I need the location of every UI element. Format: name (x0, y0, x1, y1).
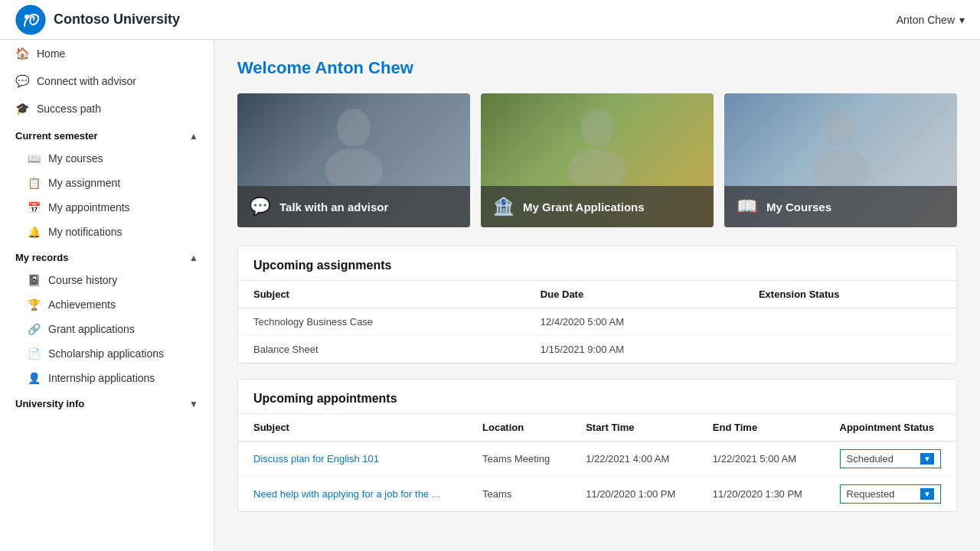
internship-icon: 👤 (28, 372, 41, 384)
main-content: Welcome Anton Chew 💬 Talk with an adviso… (214, 40, 980, 551)
appt-subject-2[interactable]: Need help with applying for a job for th… (238, 477, 467, 512)
sidebar-item-success-path[interactable]: 🎓 Success path (0, 95, 214, 122)
assignments-panel: Upcoming assignments Subject Due Date Ex… (237, 246, 957, 364)
courses-card-icon: 📖 (737, 197, 757, 217)
sidebar-my-notifications-label: My notifications (48, 226, 122, 238)
appt-col-end: End Time (697, 414, 825, 442)
sidebar: 🏠 Home 💬 Connect with advisor 🎓 Success … (0, 40, 214, 551)
svg-point-3 (325, 148, 383, 185)
assignments-col-due-date: Due Date (525, 281, 743, 308)
sidebar-course-history-label: Course history (48, 274, 117, 286)
appt-subject-1[interactable]: Discuss plan for English 101 (238, 442, 467, 477)
success-path-icon: 🎓 (15, 102, 29, 116)
grants-card-icon: 🏦 (493, 197, 514, 217)
svg-point-2 (337, 109, 371, 147)
assignment-subject-2: Balance Sheet (238, 336, 525, 364)
appt-location-1: Teams Meeting (467, 442, 570, 477)
appointments-table: Subject Location Start Time End Time App… (238, 414, 956, 511)
appt-col-subject: Subject (238, 414, 467, 442)
app-header: Contoso University Anton Chew ▾ (0, 0, 980, 40)
appt-status-arrow-2: ▼ (920, 488, 934, 500)
my-records-chevron: ▲ (189, 253, 198, 263)
svg-point-1 (24, 15, 29, 19)
sidebar-item-grant-applications[interactable]: 🔗 Grant applications (0, 317, 214, 341)
courses-card-label: My Courses (766, 201, 831, 214)
sidebar-my-courses-label: My courses (48, 152, 103, 165)
appointments-panel: Upcoming appointments Subject Location S… (237, 379, 957, 512)
my-records-label: My records (15, 252, 68, 263)
appt-status-1[interactable]: Scheduled ▼ (825, 442, 956, 477)
sidebar-item-achievements[interactable]: 🏆 Achievements (0, 292, 214, 317)
current-semester-chevron: ▲ (189, 131, 198, 142)
sidebar-grant-label: Grant applications (48, 323, 135, 335)
my-records-section-header[interactable]: My records ▲ (0, 244, 214, 268)
course-history-icon: 📓 (28, 274, 41, 286)
advisor-card-label: Talk with an advisor (279, 201, 388, 214)
appt-col-status: Appointment Status (825, 414, 956, 442)
university-info-section-header[interactable]: University info ▼ (0, 390, 214, 414)
current-semester-label: Current semester (15, 130, 98, 142)
main-layout: 🏠 Home 💬 Connect with advisor 🎓 Success … (0, 40, 980, 551)
app-title: Contoso University (54, 11, 180, 28)
hero-card-grants-overlay: 🏦 My Grant Applications (481, 186, 714, 227)
user-dropdown-arrow: ▾ (959, 14, 965, 26)
appt-col-location: Location (467, 414, 570, 442)
sidebar-item-my-assignment[interactable]: 📋 My assignment (0, 171, 214, 195)
sidebar-item-scholarship-applications[interactable]: 📄 Scholarship applications (0, 341, 214, 366)
current-semester-section-header[interactable]: Current semester ▲ (0, 122, 214, 146)
table-row: Need help with applying for a job for th… (238, 477, 956, 512)
assignment-ext-2 (743, 336, 956, 364)
appt-status-value-1: Scheduled (847, 453, 893, 465)
appt-end-1: 1/22/2021 5:00 AM (697, 442, 825, 477)
courses-icon: 📖 (28, 152, 41, 165)
assignments-col-subject: Subject (238, 281, 525, 308)
user-name: Anton Chew (897, 14, 955, 26)
user-menu[interactable]: Anton Chew ▾ (897, 14, 965, 26)
university-info-chevron: ▼ (189, 399, 198, 409)
appt-status-dropdown-1[interactable]: Scheduled ▼ (840, 449, 941, 468)
university-info-label: University info (15, 398, 84, 409)
appt-end-2: 11/20/2020 1:30 PM (697, 477, 825, 512)
hero-cards-row: 💬 Talk with an advisor 🏦 My Grant Applic… (237, 93, 957, 227)
sidebar-internship-label: Internship applications (48, 372, 155, 384)
assignments-section-title: Upcoming assignments (238, 246, 956, 281)
scholarship-icon: 📄 (28, 347, 41, 360)
sidebar-item-course-history[interactable]: 📓 Course history (0, 268, 214, 292)
assignment-ext-1 (743, 308, 956, 336)
table-row: Technology Business Case 12/4/2020 5:00 … (238, 308, 956, 336)
sidebar-item-home[interactable]: 🏠 Home (0, 40, 214, 67)
sidebar-connect-advisor-label: Connect with advisor (37, 75, 136, 87)
sidebar-item-my-appointments[interactable]: 📅 My appointments (0, 195, 214, 220)
hero-card-courses-overlay: 📖 My Courses (724, 186, 957, 227)
sidebar-item-internship-applications[interactable]: 👤 Internship applications (0, 366, 214, 390)
sidebar-achievements-label: Achievements (48, 298, 116, 311)
appt-status-2[interactable]: Requested ▼ (825, 477, 956, 512)
appt-location-2: Teams (467, 477, 570, 512)
sidebar-item-my-notifications[interactable]: 🔔 My notifications (0, 220, 214, 244)
sidebar-my-appointments-label: My appointments (48, 201, 130, 214)
hero-card-advisor[interactable]: 💬 Talk with an advisor (237, 93, 470, 227)
hero-card-grants[interactable]: 🏦 My Grant Applications (481, 93, 714, 227)
appt-status-value-2: Requested (847, 488, 895, 500)
assignment-icon: 📋 (28, 177, 41, 189)
hero-card-advisor-overlay: 💬 Talk with an advisor (237, 186, 470, 227)
assignment-due-2: 1/15/2021 9:00 AM (525, 336, 743, 364)
advisor-icon: 💬 (15, 74, 29, 88)
svg-point-5 (568, 148, 626, 185)
hero-card-courses[interactable]: 📖 My Courses (724, 93, 957, 227)
assignment-subject-1: Technology Business Case (238, 308, 525, 336)
table-row: Balance Sheet 1/15/2021 9:00 AM (238, 336, 956, 364)
sidebar-my-assignment-label: My assignment (48, 177, 120, 189)
sidebar-success-path-label: Success path (37, 103, 101, 115)
table-row: Discuss plan for English 101 Teams Meeti… (238, 442, 956, 477)
sidebar-item-connect-advisor[interactable]: 💬 Connect with advisor (0, 67, 214, 95)
sidebar-item-my-courses[interactable]: 📖 My courses (0, 146, 214, 171)
logo-icon (15, 5, 46, 35)
appt-start-2: 11/20/2020 1:00 PM (570, 477, 697, 512)
appt-status-dropdown-2[interactable]: Requested ▼ (840, 484, 941, 504)
notifications-icon: 🔔 (28, 226, 41, 238)
assignments-table: Subject Due Date Extension Status Techno… (238, 281, 956, 363)
welcome-heading: Welcome Anton Chew (237, 58, 957, 78)
appt-start-1: 1/22/2021 4:00 AM (570, 442, 697, 477)
sidebar-scholarship-label: Scholarship applications (48, 347, 164, 360)
